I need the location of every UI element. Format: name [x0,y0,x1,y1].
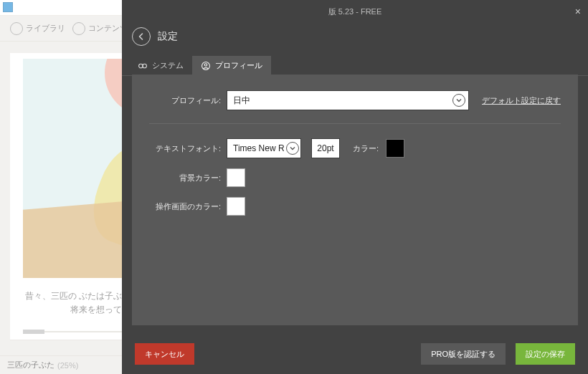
dropdown-trigger[interactable] [284,139,300,158]
arrow-left-icon [137,32,146,41]
bg-color-label: 背景カラー: [149,173,221,183]
font-size-value: 20pt [317,143,333,153]
modal-title-row: 設定 [122,23,588,56]
save-button[interactable]: 設定の保存 [516,343,575,365]
font-family-value: Times New R [227,143,284,153]
modal-footer: キャンセル PRO版を認証する 設定の保存 [122,334,588,374]
cancel-button[interactable]: キャンセル [135,343,194,365]
settings-panel: プロフィール: 日中 デフォルト設定に戻す テキストフォント: Times Ne… [132,75,578,325]
row-profile: プロフィール: 日中 デフォルト設定に戻す [149,90,561,110]
link-icon [138,61,148,71]
divider [149,123,561,124]
ui-color-swatch[interactable] [227,197,245,216]
row-bg-color: 背景カラー: [149,168,561,187]
profile-label: プロフィール: [149,95,221,106]
font-size-input[interactable]: 20pt [311,138,340,158]
back-button[interactable] [132,27,151,46]
bg-color-swatch[interactable] [227,168,245,187]
text-color-swatch[interactable] [386,139,404,158]
tab-system[interactable]: システム [129,56,192,76]
font-label: テキストフォント: [149,143,221,154]
row-font: テキストフォント: Times New R 20pt カラー: [149,138,561,158]
close-icon[interactable]: × [575,6,581,17]
tab-profile[interactable]: プロフィール [192,56,271,76]
profile-select[interactable]: 日中 [227,90,469,110]
tab-label: システム [152,60,184,71]
settings-modal: × 版 5.23 - FREE 設定 システム プロフィール プロフィール: 日… [122,0,588,374]
profile-select-value: 日中 [227,95,256,107]
user-icon [201,61,211,71]
svg-point-3 [204,63,207,66]
recognize-pro-button[interactable]: PRO版を認証する [421,343,506,365]
tab-label: プロフィール [215,60,262,71]
row-ui-color: 操作画面のカラー: [149,197,561,216]
tabs: システム プロフィール [122,56,588,76]
modal-version: 版 5.23 - FREE [122,0,588,23]
font-color-label: カラー: [353,143,379,154]
chevron-down-icon [286,142,299,155]
ui-color-label: 操作画面のカラー: [149,201,221,212]
dropdown-trigger[interactable] [450,91,468,110]
font-family-select[interactable]: Times New R [227,138,301,158]
reset-defaults-link[interactable]: デフォルト設定に戻す [482,95,561,106]
modal-title: 設定 [158,30,178,43]
chevron-down-icon [452,94,465,107]
